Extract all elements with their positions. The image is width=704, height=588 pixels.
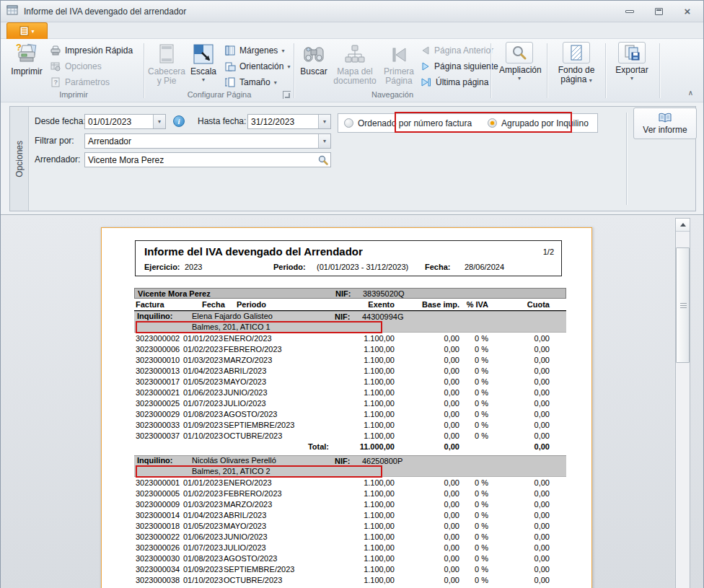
report-cell: 1.100,00 [349,576,395,584]
report-cell: 1.100,00 [349,334,395,343]
header-footer-icon [146,42,187,65]
report-cell: 01/05/2023 [183,522,219,530]
group-label-imprimir: Imprimir [4,90,144,99]
report-cell: 3023000009 [134,500,183,509]
report-cell: 0,00 [395,356,459,364]
vertical-scrollbar[interactable] [675,218,690,588]
report-cell: 1.100,00 [349,522,395,530]
report-cell: ENERO/2023 [219,478,349,487]
report-cell: JULIO/2023 [219,543,349,552]
filtrar-por-dropdown[interactable]: ▾ [318,134,330,148]
zoom-button[interactable]: Ampliación ▾ [499,42,540,82]
report-cell: MAYO/2023 [219,522,349,530]
report-cell: AGOSTO/2023 [219,554,349,563]
last-page-icon [421,77,432,87]
report-cell: 01/05/2023 [183,377,219,386]
hasta-fecha-dropdown[interactable]: ▾ [318,115,330,128]
maximize-button[interactable] [650,5,667,17]
ribbon-tab-strip: ▾ [1,22,703,39]
report-cell: 0,00 [395,478,459,487]
report-cell: 0 % [459,500,488,509]
ver-informe-button[interactable]: Ver informe [633,107,697,139]
report-cell: 01/03/2023 [183,356,219,364]
report-cell: 1.100,00 [349,500,395,509]
tenant-band: Inquilino: Nicolás Olivares Perelló NIF:… [134,455,566,477]
arrendador-search-button[interactable] [316,153,330,167]
report-cell: 0,00 [395,576,459,584]
report-cell: 0 % [459,367,488,375]
report-cell: 3023000002 [134,334,183,343]
report-cell: 0,00 [488,410,566,418]
report-cell: AGOSTO/2023 [219,410,349,418]
report-cell: 3023000001 [134,478,183,487]
quick-print-button[interactable]: Impresión Rápida [50,43,133,58]
report-cell: 0,00 [395,500,459,509]
options-side-tab[interactable]: Opciones [10,107,29,211]
chevron-down-icon: ▾ [499,75,540,82]
nif-label: NIF: [335,289,351,298]
title-bar: Informe del IVA devengado del arrendador… [1,1,703,22]
report-cell: FEBRERO/2023 [219,489,349,498]
report-cell: SEPTIEMBRE/2023 [219,421,349,429]
report-row: 302300002201/06/2023JUNIO/20231.100,000,… [134,531,566,542]
radio-circle-unselected [344,118,353,128]
desde-fecha-input[interactable]: 01/01/2023 ▾ [84,114,166,129]
info-icon[interactable]: i [173,115,185,127]
ribbon-separator [605,43,606,98]
report-cell: 0,00 [395,543,459,552]
ribbon-group-configurar: Cabecera y Pie Escala ▾ Márgenes ▾ Orien… [146,39,292,102]
report-cell: 3023000038 [134,576,183,584]
report-cell: 1.100,00 [349,489,395,498]
report-row: 302300003401/09/2023SEPTIEMBRE/20231.100… [134,563,566,574]
print-button[interactable]: ? Imprimir [6,42,47,76]
close-button[interactable]: × [679,5,696,17]
desde-fecha-label: Desde fecha: [35,116,86,126]
minimize-button[interactable] [621,5,638,17]
collapse-ribbon-icon[interactable]: ∧ [688,89,693,97]
filtrar-por-select[interactable]: Arrendador ▾ [84,133,331,149]
export-icon [618,42,646,63]
size-button[interactable]: Tamaño ▾ [224,75,277,89]
tenant-group: Inquilino: Elena Fajardo Galisteo NIF: 4… [134,311,566,452]
page-background-button[interactable]: Fondo de página ▾ [553,42,599,85]
report-cell: 01/08/2023 [183,554,219,563]
desde-fecha-dropdown[interactable]: ▾ [153,115,165,128]
report-row: 302300000201/01/2023ENERO/20231.100,000,… [134,333,566,343]
last-page-button[interactable]: Última página [421,75,488,89]
report-cell: 0,00 [488,489,566,498]
ribbon-separator [659,43,660,98]
report-cell: 3023000010 [134,356,183,364]
chevron-down-icon: ▾ [323,118,326,125]
report-row: 302300002901/08/2023AGOSTO/20231.100,000… [134,408,566,419]
report-cell: 0,00 [488,565,566,574]
scale-button[interactable]: Escala ▾ [187,42,220,83]
scrollbar-thumb[interactable] [676,247,690,363]
report-cell: 0 % [459,334,488,343]
print-preview-area[interactable]: Informe del IVA devengado del Arrendador… [1,214,703,588]
report-cell: ABRIL/2023 [219,511,349,519]
file-menu-tab[interactable]: ▾ [6,22,48,39]
report-cell: 0,00 [395,410,459,418]
next-page-button[interactable]: Página siguiente [421,59,498,74]
report-cell: 3023000033 [134,421,183,429]
search-button[interactable]: Buscar [296,42,331,76]
scroll-up-button[interactable] [676,219,690,232]
report-cell: 1.100,00 [349,543,395,552]
report-cell: 0,00 [488,367,566,375]
report-cell: 01/10/2023 [183,576,219,584]
header-footer-button: Cabecera y Pie [146,42,187,86]
chevron-down-icon: ▾ [158,118,161,125]
margins-button[interactable]: Márgenes ▾ [224,43,284,58]
report-cell: 3023000030 [134,554,183,563]
hasta-fecha-input[interactable]: 31/12/2023 ▾ [247,114,331,129]
landlord-name: Vicente Mora Perez [138,289,211,298]
dialog-launcher-icon[interactable] [283,91,291,99]
minimize-icon [625,10,634,13]
export-button[interactable]: Exportar ▾ [612,42,652,82]
orientation-button[interactable]: Orientación ▾ [224,59,290,74]
doc-map-button: Mapa del documento [333,42,377,86]
report-cell: 0 % [459,388,488,397]
arrendador-input[interactable]: Vicente Mora Perez [84,152,331,167]
ribbon-separator [144,43,144,98]
report-cell: 0 % [459,356,488,364]
